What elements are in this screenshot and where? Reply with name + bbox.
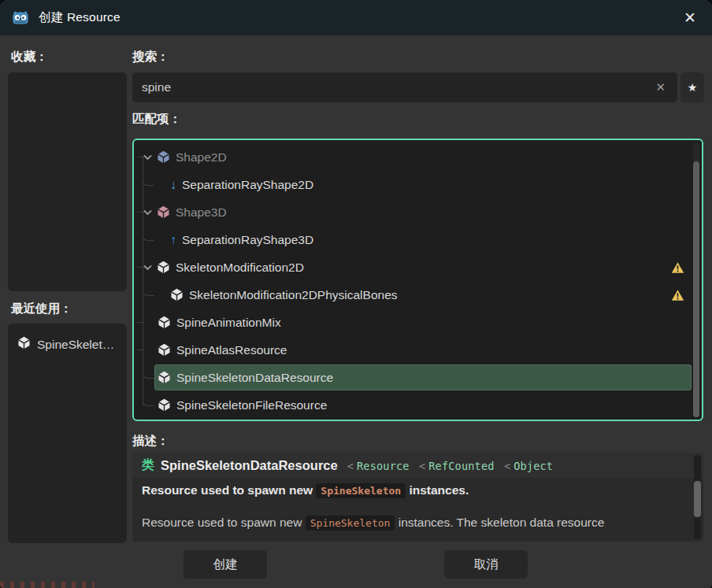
brief-description: Resource used to spawn new SpineSkeleton…: [142, 483, 694, 497]
description-text: instances. The skeleton data resource: [395, 516, 604, 529]
inherit-separator: <: [344, 460, 357, 472]
inherit-separator: <: [416, 460, 428, 472]
godot-logo-icon: [11, 9, 30, 27]
ancestor-class-link[interactable]: Object: [514, 460, 553, 472]
tree-item-shape2d[interactable]: Shape2D: [134, 143, 702, 171]
tree-item-label: SpineAtlasResource: [176, 343, 287, 357]
arrow-down-icon: ↓: [170, 179, 176, 191]
tree-connector: [143, 158, 154, 186]
favorites-label: 收藏：: [11, 48, 48, 65]
matches-tree[interactable]: Shape2D↓SeparationRayShape2DShape3D↑Sepa…: [132, 139, 703, 421]
description-label: 描述：: [132, 432, 169, 449]
tree-item-skeletonmodification2dphysicalbones[interactable]: SkeletonModification2DPhysicalBones: [134, 281, 702, 309]
tree-connector: [137, 349, 144, 350]
recent-item-label: SpineSkelet…: [37, 338, 114, 352]
close-icon[interactable]: ✕: [679, 7, 701, 28]
resource-cube-icon: [17, 336, 31, 353]
recent-list[interactable]: SpineSkelet…: [8, 324, 127, 543]
tree-connector: [137, 322, 144, 323]
matches-label: 匹配项：: [132, 110, 181, 127]
resource-cube-icon: [157, 150, 170, 164]
description-scrollbar-thumb[interactable]: [694, 481, 701, 517]
resource-cube-icon: [157, 205, 170, 219]
star-icon: ★: [688, 81, 698, 94]
resource-cube-icon: [158, 398, 171, 412]
warning-icon: [671, 289, 684, 301]
tree-item-shape3d[interactable]: Shape3D: [134, 198, 702, 226]
tree-item-separationrayshape3d[interactable]: ↑SeparationRayShape3D: [134, 226, 702, 253]
resource-cube-icon: [170, 288, 184, 301]
resource-cube-icon: [157, 261, 170, 274]
create-resource-dialog: 创建 Resource ✕ 收藏： 最近使用： SpineSkelet… 搜索：…: [0, 0, 712, 588]
detail-description: Resource used to spawn new SpineSkeleton…: [142, 516, 694, 530]
warning-icon: [671, 261, 684, 273]
create-button[interactable]: 创建: [184, 550, 267, 579]
cancel-button[interactable]: 取消: [444, 550, 528, 579]
class-kind: 类: [142, 457, 154, 474]
tree-connector: [143, 213, 154, 241]
resource-cube-icon: [158, 316, 171, 329]
chevron-down-icon[interactable]: [143, 209, 157, 216]
tree-item-label: SeparationRayShape2D: [182, 178, 313, 192]
search-label: 搜索：: [132, 48, 169, 65]
tree-item-label: Shape3D: [176, 205, 227, 220]
search-input[interactable]: spine ✕: [132, 72, 677, 102]
tree-item-spineatlasresource[interactable]: SpineAtlasResource: [134, 336, 702, 364]
dialog-titlebar[interactable]: 创建 Resource ✕: [0, 0, 712, 35]
clear-search-icon[interactable]: ✕: [652, 79, 669, 96]
chevron-down-icon[interactable]: [143, 264, 157, 271]
tree-item-label: Shape2D: [176, 150, 227, 165]
tree-item-separationrayshape2d[interactable]: ↓SeparationRayShape2D: [134, 171, 702, 198]
tree-item-label: SkeletonModification2DPhysicalBones: [189, 288, 398, 302]
tree-item-label: SpineSkeletonFileResource: [176, 398, 327, 412]
recent-item[interactable]: SpineSkelet…: [8, 331, 127, 358]
inherit-separator: <: [501, 460, 514, 472]
resource-cube-icon: [158, 343, 171, 357]
description-panel[interactable]: 类 SpineSkeletonDataResource <Resource <R…: [132, 453, 703, 542]
resource-cube-icon: [158, 371, 171, 384]
description-body: Resource used to spawn new SpineSkeleton…: [132, 478, 703, 530]
background-window-artifact: [0, 582, 95, 588]
tree-item-spineskeletonfileresource[interactable]: SpineSkeletonFileResource: [134, 391, 702, 419]
favorites-list[interactable]: [8, 72, 127, 291]
tree-item-skeletonmodification2d[interactable]: SkeletonModification2D: [134, 253, 702, 281]
ancestor-class-link[interactable]: RefCounted: [428, 460, 494, 472]
tree-scrollbar-thumb[interactable]: [693, 161, 699, 417]
dialog-title: 创建 Resource: [39, 9, 121, 26]
tree-item-spineanimationmix[interactable]: SpineAnimationMix: [134, 309, 702, 336]
recent-label: 最近使用：: [11, 300, 72, 316]
tree-connector: [143, 268, 154, 296]
tree-item-label: SkeletonModification2D: [176, 261, 304, 275]
description-text: instances.: [406, 483, 469, 497]
class-header: 类 SpineSkeletonDataResource <Resource <R…: [132, 453, 703, 478]
arrow-up-icon: ↑: [170, 234, 176, 246]
code-chip: SpineSkeleton: [316, 483, 406, 498]
class-name: SpineSkeletonDataResource: [161, 458, 338, 473]
favorite-toggle-button[interactable]: ★: [680, 72, 704, 102]
ancestor-class-link[interactable]: Resource: [357, 460, 410, 472]
code-chip: SpineSkeleton: [306, 516, 395, 531]
tree-item-label: SpineSkeletonDataResource: [176, 371, 333, 385]
inheritance-chain: <Resource <RefCounted <Object: [344, 460, 554, 472]
description-text: Resource used to spawn new: [142, 483, 316, 497]
tree-item-spineskeletondataresource[interactable]: SpineSkeletonDataResource: [134, 364, 702, 391]
tree-connector: [143, 351, 154, 379]
tree-item-label: SeparationRayShape3D: [182, 233, 313, 247]
search-value: spine: [142, 80, 652, 94]
tree-connector: [143, 379, 154, 406]
chevron-down-icon[interactable]: [143, 154, 157, 161]
tree-item-label: SpineAnimationMix: [176, 316, 281, 330]
description-text: Resource used to spawn new: [142, 516, 306, 529]
